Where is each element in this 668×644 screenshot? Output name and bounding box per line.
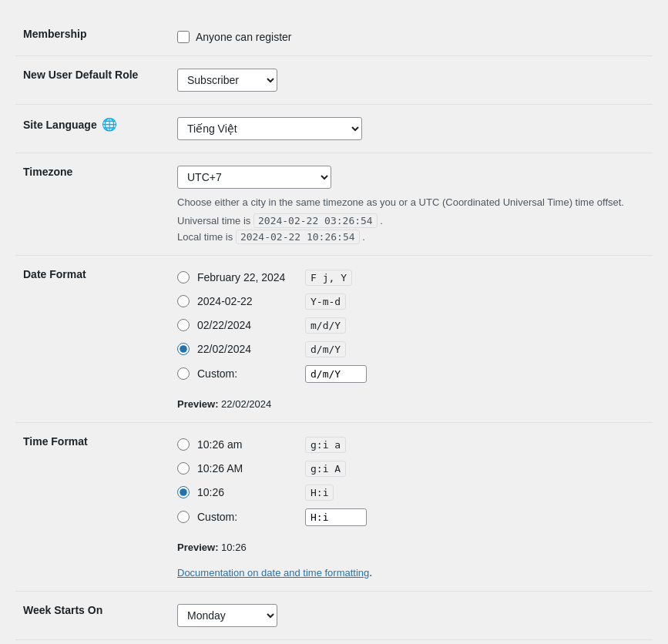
time-format-label-2[interactable]: 10:26 AM — [197, 462, 297, 475]
date-format-option-2: 2024-02-22 Y-m-d — [177, 293, 645, 310]
timezone-value: UTC+7 UTC UTC-5 UTC+1 UTC+8 UTC+9 Choose… — [170, 153, 653, 256]
membership-value: Anyone can register — [170, 15, 653, 56]
new-user-role-value: Subscriber Contributor Author Editor Adm… — [170, 56, 653, 105]
date-format-radio-2[interactable] — [177, 295, 190, 307]
date-format-label: Date Format — [15, 255, 170, 422]
membership-label: Membership — [15, 15, 170, 56]
date-format-radio-1[interactable] — [177, 271, 190, 283]
local-time-row: Local time is 2024-02-22 10:26:54 . — [177, 231, 645, 243]
membership-row: Membership Anyone can register — [15, 15, 653, 56]
time-format-radio-3[interactable] — [177, 486, 190, 498]
date-format-preview: Preview: 22/02/2024 — [177, 398, 645, 410]
date-format-code-2: Y-m-d — [305, 293, 346, 310]
time-format-label-3[interactable]: 10:26 — [197, 486, 297, 498]
time-format-group: 10:26 am g:i a 10:26 AM g:i A 10:26 H:i … — [177, 435, 645, 579]
doc-link-suffix: . — [369, 566, 372, 579]
site-language-value: Tiếng Việt English (United States) Franç… — [170, 105, 653, 153]
time-format-preview: Preview: 10:26 — [177, 542, 645, 553]
date-format-option-4: 22/02/2024 d/m/Y — [177, 341, 645, 357]
time-format-radio-custom[interactable] — [177, 511, 190, 523]
time-format-row: Time Format 10:26 am g:i a 10:26 AM g:i … — [15, 422, 653, 591]
site-language-row: Site Language 🌐 Tiếng Việt English (Unit… — [15, 105, 653, 153]
week-starts-on-row: Week Starts On Monday Sunday Saturday — [15, 591, 653, 639]
anyone-can-register-checkbox[interactable] — [177, 31, 190, 43]
timezone-label: Timezone — [15, 153, 170, 256]
date-format-code-1: F j, Y — [305, 270, 352, 286]
local-time-value: 2024-02-22 10:26:54 — [236, 230, 360, 244]
time-format-option-3: 10:26 H:i — [177, 485, 645, 501]
date-format-custom-row: Custom: — [177, 365, 645, 383]
timezone-row: Timezone UTC+7 UTC UTC-5 UTC+1 UTC+8 UTC… — [15, 153, 653, 256]
date-format-label-3[interactable]: 02/22/2024 — [197, 319, 297, 331]
date-format-custom-input[interactable] — [305, 365, 367, 383]
date-time-doc-link[interactable]: Documentation on date and time formattin… — [177, 567, 369, 579]
anyone-can-register-label[interactable]: Anyone can register — [196, 31, 292, 43]
universal-time-row: Universal time is 2024-02-22 03:26:54 . — [177, 215, 645, 226]
timezone-description: Choose either a city in the same timezon… — [177, 195, 645, 210]
time-format-custom-input[interactable] — [305, 508, 367, 526]
date-format-label-1[interactable]: February 22, 2024 — [197, 271, 297, 283]
doc-link-row: Documentation on date and time formattin… — [177, 561, 645, 579]
date-format-code-4: d/m/Y — [305, 341, 346, 357]
date-format-radio-custom[interactable] — [177, 367, 190, 380]
date-format-label-2[interactable]: 2024-02-22 — [197, 295, 297, 307]
time-format-radio-2[interactable] — [177, 462, 190, 475]
default-role-select[interactable]: Subscriber Contributor Author Editor Adm… — [177, 69, 277, 92]
new-user-role-label: New User Default Role — [15, 56, 170, 105]
time-format-custom-row: Custom: — [177, 508, 645, 526]
time-format-code-3: H:i — [305, 485, 334, 501]
time-format-code-1: g:i a — [305, 437, 346, 453]
date-format-radio-4[interactable] — [177, 343, 190, 355]
time-format-radio-1[interactable] — [177, 438, 190, 451]
date-format-group: February 22, 2024 F j, Y 2024-02-22 Y-m-… — [177, 268, 645, 410]
date-format-value: February 22, 2024 F j, Y 2024-02-22 Y-m-… — [170, 255, 653, 422]
week-starts-on-select[interactable]: Monday Sunday Saturday — [177, 604, 277, 627]
date-format-option-3: 02/22/2024 m/d/Y — [177, 317, 645, 334]
week-starts-on-label: Week Starts On — [15, 591, 170, 639]
site-language-select[interactable]: Tiếng Việt English (United States) Franç… — [177, 117, 362, 140]
time-format-custom-label[interactable]: Custom: — [197, 511, 297, 523]
new-user-role-row: New User Default Role Subscriber Contrib… — [15, 56, 653, 105]
time-format-option-2: 10:26 AM g:i A — [177, 461, 645, 477]
week-starts-on-value: Monday Sunday Saturday — [170, 591, 653, 639]
date-format-code-3: m/d/Y — [305, 317, 346, 334]
universal-time-value: 2024-02-22 03:26:54 — [253, 213, 378, 228]
site-language-label: Site Language 🌐 — [15, 105, 170, 153]
translate-icon: 🌐 — [102, 117, 117, 132]
date-format-row: Date Format February 22, 2024 F j, Y 202… — [15, 255, 653, 422]
timezone-select[interactable]: UTC+7 UTC UTC-5 UTC+1 UTC+8 UTC+9 — [177, 166, 331, 189]
time-format-label-1[interactable]: 10:26 am — [197, 438, 297, 451]
date-format-option-1: February 22, 2024 F j, Y — [177, 270, 645, 286]
time-format-label: Time Format — [15, 422, 170, 591]
date-format-radio-3[interactable] — [177, 319, 190, 331]
time-format-value: 10:26 am g:i a 10:26 AM g:i A 10:26 H:i … — [170, 422, 653, 591]
date-format-custom-label[interactable]: Custom: — [197, 367, 297, 380]
date-format-label-4[interactable]: 22/02/2024 — [197, 343, 297, 355]
time-format-code-2: g:i A — [305, 461, 346, 477]
time-format-option-1: 10:26 am g:i a — [177, 437, 645, 453]
